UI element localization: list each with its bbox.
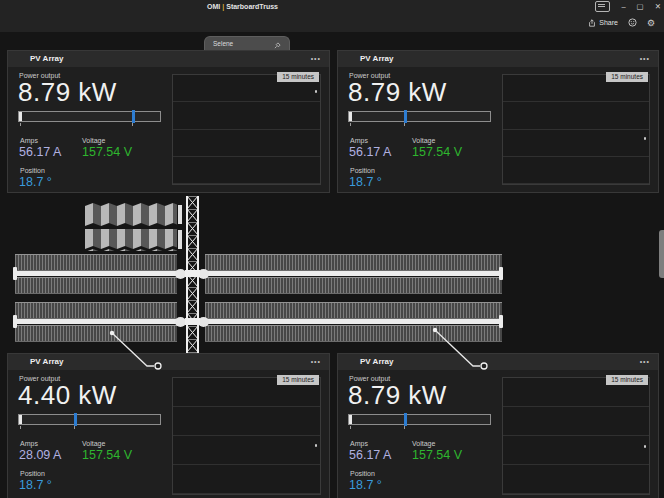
solar-blanket <box>15 302 177 319</box>
titlebar: OMI|StarboardTruss – ▢ ✕ <box>0 0 664 13</box>
pv-array-card-bottom-left: PV Array ••• Power output 4.40 kW Amps 2… <box>7 353 330 498</box>
chart-data-point <box>315 444 318 447</box>
power-trend-chart: 15 minutes <box>502 377 650 495</box>
time-range-badge[interactable]: 15 minutes <box>277 375 319 385</box>
more-options-button[interactable]: ••• <box>311 354 321 369</box>
folded-array-mount <box>178 205 182 224</box>
feedback-icon[interactable] <box>628 18 637 27</box>
power-output-value: 8.79 kW <box>348 77 447 108</box>
solar-truss-diagram <box>0 193 664 353</box>
wing-beam <box>15 271 186 276</box>
position-value: 18.7 ° <box>349 478 382 492</box>
voltage-value: 157.54 V <box>82 448 132 462</box>
tab-selene[interactable]: Selene <box>204 36 290 50</box>
position-label: Position <box>350 167 375 174</box>
position-label: Position <box>350 470 375 477</box>
position-value: 18.7 ° <box>19 478 52 492</box>
power-output-value: 4.40 kW <box>18 380 117 411</box>
toolbar: Share ⚙ <box>0 13 664 32</box>
share-button[interactable]: Share <box>588 19 618 27</box>
more-options-button[interactable]: ••• <box>640 354 650 369</box>
chart-data-point <box>644 137 647 140</box>
gauge-tick <box>404 123 405 126</box>
amps-value: 56.17 A <box>19 145 61 159</box>
solar-blanket <box>15 277 177 294</box>
amps-label: Amps <box>20 440 38 447</box>
gauge-needle <box>404 110 407 123</box>
minimize-button[interactable]: – <box>621 0 625 13</box>
card-header[interactable]: PV Array ••• <box>338 354 658 370</box>
power-trend-chart: 15 minutes <box>172 377 321 495</box>
card-title: PV Array <box>360 51 394 67</box>
amps-value: 28.09 A <box>19 448 61 462</box>
folded-blanket-upper <box>85 203 177 226</box>
gauge-tick <box>74 426 75 429</box>
gauge-tick <box>20 123 21 126</box>
voltage-label: Voltage <box>412 137 435 144</box>
wing-beam <box>15 319 186 324</box>
amps-value: 56.17 A <box>349 145 391 159</box>
amps-label: Amps <box>20 137 38 144</box>
vertical-scrollbar-thumb[interactable] <box>659 230 664 278</box>
gauge-needle <box>74 413 77 426</box>
position-value: 18.7 ° <box>19 175 52 189</box>
gauge-min-marker <box>349 112 352 121</box>
solar-blanket <box>15 325 177 342</box>
solar-blanket <box>205 277 502 294</box>
settings-gear-icon[interactable]: ⚙ <box>647 18 655 28</box>
pv-array-card-top-left: PV Array ••• Power output 8.79 kW Amps 5… <box>7 50 330 193</box>
power-gauge <box>18 111 161 122</box>
time-range-badge[interactable]: 15 minutes <box>606 72 648 82</box>
card-header[interactable]: PV Array ••• <box>8 51 329 67</box>
power-output-value: 8.79 kW <box>18 77 117 108</box>
gauge-needle <box>132 110 135 123</box>
power-gauge <box>348 414 491 425</box>
pv-array-card-top-right: PV Array ••• Power output 8.79 kW Amps 5… <box>337 50 659 193</box>
beam-endcap <box>499 267 503 280</box>
voltage-value: 157.54 V <box>82 145 132 159</box>
solar-blanket <box>205 302 502 319</box>
time-range-badge[interactable]: 15 minutes <box>277 72 319 82</box>
gauge-min-marker <box>19 415 22 424</box>
share-icon <box>588 19 596 27</box>
card-title: PV Array <box>30 51 64 67</box>
beam-endcap <box>499 315 503 328</box>
folded-blanket-lower <box>85 229 177 251</box>
gauge-tick <box>350 123 351 126</box>
card-header[interactable]: PV Array ••• <box>8 354 329 370</box>
card-header[interactable]: PV Array ••• <box>338 51 658 67</box>
power-trend-chart: 15 minutes <box>172 74 321 185</box>
app-window: OMI|StarboardTruss – ▢ ✕ Share ⚙ Selene <box>0 0 664 498</box>
position-label: Position <box>20 470 45 477</box>
voltage-label: Voltage <box>82 137 105 144</box>
gauge-min-marker <box>349 415 352 424</box>
wing-beam <box>199 319 501 324</box>
tab-label: Selene <box>213 40 233 47</box>
power-gauge <box>348 111 491 122</box>
gauge-tick <box>350 426 351 429</box>
power-gauge <box>18 414 161 425</box>
more-options-button[interactable]: ••• <box>311 51 321 66</box>
gauge-needle <box>404 413 407 426</box>
voltage-value: 157.54 V <box>412 448 462 462</box>
amps-label: Amps <box>350 137 368 144</box>
app-icon[interactable] <box>595 1 610 12</box>
close-button[interactable]: ✕ <box>655 0 661 13</box>
more-options-button[interactable]: ••• <box>640 51 650 66</box>
maximize-button[interactable]: ▢ <box>637 0 644 13</box>
solar-blanket <box>205 325 502 342</box>
mast-collar <box>185 318 200 325</box>
folded-array <box>85 203 185 252</box>
pv-array-card-bottom-right: PV Array ••• Power output 8.79 kW Amps 5… <box>337 353 659 498</box>
gauge-tick <box>132 123 133 126</box>
position-value: 18.7 ° <box>349 175 382 189</box>
wing-beam <box>199 271 501 276</box>
solar-blanket <box>205 254 502 271</box>
chart-data-point <box>644 445 647 448</box>
card-title: PV Array <box>30 354 64 370</box>
power-trend-chart: 15 minutes <box>502 74 650 185</box>
time-range-badge[interactable]: 15 minutes <box>606 375 648 385</box>
position-label: Position <box>20 167 45 174</box>
window-title: OMI|StarboardTruss <box>170 0 315 13</box>
voltage-label: Voltage <box>82 440 105 447</box>
